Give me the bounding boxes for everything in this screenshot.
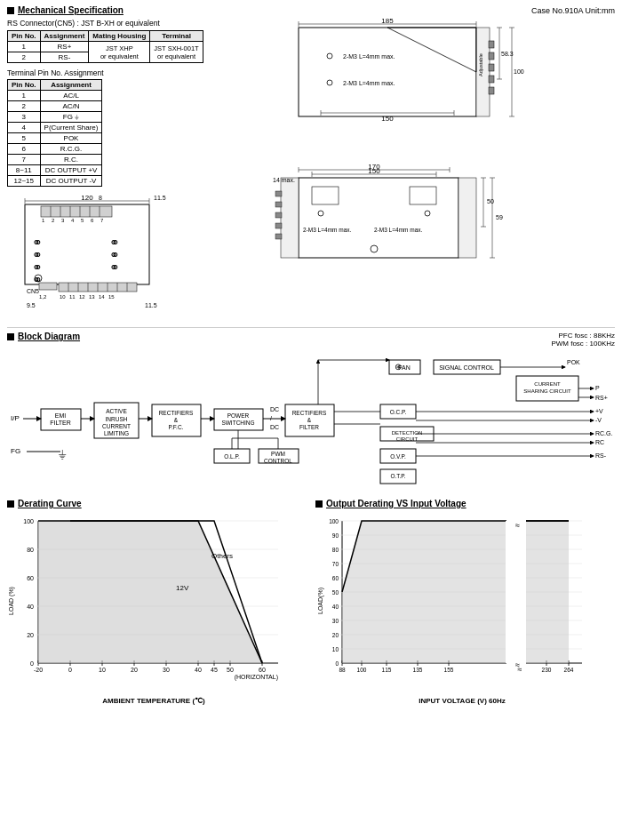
svg-text:DETECTION: DETECTION [392, 430, 423, 436]
svg-text:+V: +V [595, 408, 603, 414]
block-diagram-section: Block Diagram PFC fosc : 88KHz PWM fosc … [7, 327, 615, 493]
svg-text:4: 4 [71, 218, 75, 223]
block-diagram-header: Block Diagram [7, 332, 80, 341]
table-row: 4P(Current Share) [8, 123, 102, 133]
mech-section: RS Connector(CN5) : JST B-XH or equivale… [7, 19, 615, 320]
svg-text:20: 20 [131, 667, 138, 673]
derating-panel-right: Output Derating VS Input Voltage LOAD(%)… [315, 499, 615, 709]
connector-label: RS Connector(CN5) : JST B-XH or equivale… [7, 19, 265, 28]
svg-text:EMI: EMI [55, 412, 67, 419]
page-container: Mechanical Specification Case No.910A Un… [0, 0, 622, 715]
svg-text:50: 50 [227, 667, 234, 673]
svg-text:P.F.C.: P.F.C. [169, 424, 184, 430]
svg-rect-93 [312, 187, 339, 204]
svg-text:150: 150 [381, 115, 394, 123]
front-view-svg: 120 8 11.5 1 2 [7, 194, 176, 318]
svg-rect-264 [506, 519, 526, 665]
svg-text:-20: -20 [34, 667, 43, 673]
svg-text:0: 0 [68, 667, 72, 673]
derating-chart-svg: LOAD (%) 100 80 60 40 [7, 512, 300, 708]
svg-text:SHARING CIRCUIT: SHARING CIRCUIT [523, 388, 571, 394]
svg-text:SIGNAL CONTROL: SIGNAL CONTROL [439, 364, 494, 371]
svg-text:CN5: CN5 [27, 288, 39, 294]
svg-text:115: 115 [382, 667, 392, 673]
col-assign: Assignment [40, 31, 89, 42]
svg-text:20: 20 [332, 632, 339, 638]
svg-text:0: 0 [335, 660, 339, 667]
svg-text:⚭: ⚭ [109, 260, 120, 275]
table-row: 6R.C.G. [8, 144, 102, 155]
svg-text:INPUT VOLTAGE (V) 60Hz: INPUT VOLTAGE (V) 60Hz [419, 697, 506, 705]
svg-text:RS+: RS+ [595, 395, 608, 401]
svg-text:O.V.P.: O.V.P. [390, 453, 406, 460]
svg-text:135: 135 [413, 667, 423, 673]
col-pin: Pin No. [8, 31, 41, 42]
svg-rect-94 [410, 187, 436, 204]
svg-rect-48 [299, 28, 476, 116]
svg-text:2-M3 L=4mm max.: 2-M3 L=4mm max. [343, 53, 395, 60]
svg-text:40: 40 [195, 667, 202, 673]
svg-text:RC.G.: RC.G. [595, 430, 613, 436]
svg-text:≈: ≈ [515, 521, 520, 530]
svg-text:FG: FG [11, 447, 20, 455]
svg-text:-V: -V [595, 417, 602, 423]
svg-text:I/P: I/P [11, 414, 20, 422]
svg-text:LOAD(%): LOAD(%) [317, 588, 324, 614]
svg-text:Adjustable: Adjustable [478, 53, 483, 76]
svg-point-75 [327, 80, 332, 85]
svg-text:30: 30 [332, 618, 339, 624]
table-row: 7R.C. [8, 155, 102, 165]
svg-text:30: 30 [163, 667, 170, 673]
right-panel: 185 150 58.3 [272, 19, 615, 320]
svg-text:50: 50 [487, 198, 494, 204]
mech-spec-header: Mechanical Specification Case No.910A Un… [7, 5, 615, 15]
svg-text:0: 0 [30, 660, 34, 667]
svg-text:RS-: RS- [595, 452, 607, 459]
derating-header: Derating Curve [7, 499, 307, 508]
svg-text:10: 10 [99, 667, 106, 673]
block-diagram-title: Block Diagram [18, 332, 80, 341]
svg-text:10: 10 [60, 294, 66, 300]
svg-text:7: 7 [100, 218, 104, 223]
svg-text:CONTROL: CONTROL [264, 458, 292, 464]
mech-spec-title: Mechanical Specification [18, 5, 124, 15]
output-derating-icon [315, 500, 323, 508]
svg-text:100: 100 [357, 667, 367, 673]
svg-rect-89 [275, 212, 282, 218]
svg-text:70: 70 [332, 561, 339, 567]
svg-text:Others: Others [211, 552, 233, 560]
svg-rect-60 [489, 64, 494, 71]
table-row: 2AC/N [8, 101, 102, 112]
left-panel: RS Connector(CN5) : JST B-XH or equivale… [7, 19, 265, 320]
table-row: 1 RS+ JST XHPor equivalent JST SXH-001To… [8, 42, 203, 52]
svg-text:SWITCHING: SWITCHING [221, 420, 254, 426]
svg-rect-59 [489, 52, 494, 60]
svg-text:5: 5 [81, 218, 84, 223]
svg-text:LIMITING: LIMITING [104, 430, 129, 436]
svg-text:1,2: 1,2 [39, 294, 47, 300]
svg-text:59: 59 [496, 214, 503, 220]
svg-text:O.T.P.: O.T.P. [390, 473, 405, 479]
svg-text:6: 6 [91, 218, 94, 223]
svg-rect-58 [489, 41, 494, 48]
svg-rect-88 [275, 202, 282, 207]
svg-text:O.C.P.: O.C.P. [390, 409, 407, 415]
svg-text:INRUSH: INRUSH [106, 416, 128, 422]
svg-rect-86 [281, 178, 299, 258]
svg-text:&: & [174, 417, 179, 423]
svg-text:O.L.P.: O.L.P. [224, 453, 240, 460]
derating-panel-left: Derating Curve LOAD (%) 100 80 [7, 499, 307, 709]
svg-text:2: 2 [52, 218, 55, 223]
svg-text:≈: ≈ [515, 660, 520, 669]
svg-text:RECTIFIERS: RECTIFIERS [159, 410, 194, 416]
svg-text:FILTER: FILTER [299, 424, 319, 430]
svg-text:14: 14 [99, 294, 105, 300]
table-row: 12~15DC OUTPUT -V [8, 176, 102, 187]
block-diagram-header-row: Block Diagram PFC fosc : 88KHz PWM fosc … [7, 332, 615, 348]
svg-text:10: 10 [332, 646, 339, 652]
terminal-section: Terminal Pin No. Assignment Pin No. Assi… [7, 68, 265, 187]
col-housing: Mating Housing [89, 31, 150, 42]
svg-rect-85 [299, 178, 459, 258]
connector-table: Pin No. Assignment Mating Housing Termin… [7, 30, 203, 63]
svg-text:2-M3 L=4mm max.: 2-M3 L=4mm max. [343, 80, 395, 86]
